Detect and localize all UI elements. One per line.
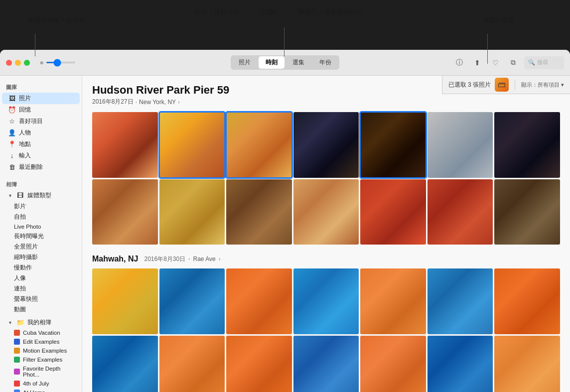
main-window: ⊕ 照片 時刻 選集 年份 ⓘ ⬆ ♡ ⧉ 🔍 搜尋 已選取 3 張照片 🗃 顯… <box>0 50 570 392</box>
sidebar-item-import[interactable]: ↓ 輸入 <box>2 150 80 161</box>
sidebar-item-videos[interactable]: 影片 <box>2 201 80 212</box>
photo-cell[interactable] <box>159 268 225 334</box>
sidebar-item-cuba[interactable]: Cuba Vacation <box>2 328 80 337</box>
zoom-slider[interactable] <box>46 62 76 63</box>
tab-moments[interactable]: 時刻 <box>259 56 285 69</box>
sidebar-item-memories[interactable]: ⏰ 回憶 <box>2 104 80 116</box>
sidebar-item-at-home[interactable]: At Home <box>2 388 80 392</box>
photo-cell[interactable] <box>494 179 560 245</box>
photo-cell[interactable] <box>226 268 292 334</box>
close-button[interactable] <box>6 60 12 66</box>
sidebar-item-slow-motion[interactable]: 慢動作 <box>2 262 80 273</box>
share-button[interactable]: ⬆ <box>470 56 484 70</box>
tab-photos[interactable]: 照片 <box>232 56 258 69</box>
show-filter[interactable]: 顯示：所有項目 ▾ <box>521 81 564 89</box>
photo-cell[interactable] <box>360 336 426 392</box>
photos-icon: 🖼 <box>8 95 16 102</box>
sidebar-item-burst[interactable]: 連拍 <box>2 283 80 294</box>
sidebar-item-4th-of-july[interactable]: 4th of July <box>2 379 80 388</box>
sidebar-item-places[interactable]: 📍 地點 <box>2 138 80 150</box>
photo-cell[interactable] <box>360 179 426 245</box>
sidebar-item-label: 連拍 <box>14 285 76 292</box>
favorite-button[interactable]: ♡ <box>488 56 502 70</box>
sidebar-item-label: 動圖 <box>14 306 76 313</box>
media-types-icon: 🎞 <box>16 192 24 199</box>
photo-cell[interactable] <box>494 112 560 178</box>
sidebar-item-people[interactable]: 👤 人物 <box>2 127 80 138</box>
sidebar-media-types[interactable]: ▼ 🎞 媒體類型 <box>2 190 80 201</box>
photo-thumb <box>226 268 292 334</box>
sidebar: 圖庫 🖼 照片 ⏰ 回憶 ☆ 喜好項目 👤 人物 📍 地點 ↓ <box>0 76 82 392</box>
selection-icon: 🗃 <box>495 78 509 92</box>
photo-thumb <box>293 112 359 178</box>
album-color-icon <box>14 369 20 375</box>
photo-cell[interactable] <box>293 268 359 334</box>
dot-separator: · <box>136 99 137 106</box>
photo-cell[interactable] <box>92 336 158 392</box>
copy-button[interactable]: ⧉ <box>506 56 520 70</box>
sidebar-item-label: 螢幕快照 <box>14 295 76 303</box>
photo-cell[interactable] <box>159 112 225 178</box>
photo-cell[interactable] <box>293 336 359 392</box>
photo-cell[interactable] <box>494 268 560 334</box>
minimize-button[interactable] <box>15 60 21 66</box>
toolbar-right: ⓘ ⬆ ♡ ⧉ 🔍 搜尋 <box>452 56 564 70</box>
sidebar-item-animated[interactable]: 動圖 <box>2 304 80 315</box>
tab-years[interactable]: 年份 <box>312 56 338 69</box>
sidebar-item-long-exposure[interactable]: 長時間曝光 <box>2 231 80 242</box>
photo-cell[interactable] <box>360 268 426 334</box>
section2-photo-grid <box>92 268 560 392</box>
photo-cell[interactable] <box>428 112 493 178</box>
sidebar-item-filter[interactable]: Filter Examples <box>2 355 80 364</box>
callout-3: 選取計數器 <box>483 16 515 25</box>
photo-thumb <box>428 179 493 245</box>
photo-cell[interactable] <box>293 112 359 178</box>
photo-cell[interactable] <box>293 179 359 245</box>
sidebar-item-timelapse[interactable]: 縮時攝影 <box>2 252 80 262</box>
photo-thumb <box>92 268 158 334</box>
search-icon: 🔍 <box>528 59 535 66</box>
sidebar-item-photos[interactable]: 🖼 照片 <box>2 93 80 104</box>
photo-thumb <box>293 179 359 245</box>
sidebar-item-portrait[interactable]: 人像 <box>2 273 80 283</box>
section1-subtitle[interactable]: 2016年8月27日 · New York, NY › <box>92 98 560 106</box>
section2-header: Mahwah, NJ 2016年8月30日 · Rae Ave › <box>92 255 560 263</box>
sidebar-my-albums[interactable]: ▼ 📁 我的相簿 <box>2 317 80 328</box>
info-button[interactable]: ⓘ <box>452 56 466 70</box>
tab-collections[interactable]: 選集 <box>285 56 311 69</box>
photo-cell[interactable] <box>428 268 493 334</box>
photo-thumb <box>360 336 426 392</box>
sidebar-item-panorama[interactable]: 全景照片 <box>2 242 80 252</box>
photo-cell[interactable] <box>226 112 292 178</box>
sidebar-item-label: 自拍 <box>14 213 76 221</box>
photo-cell[interactable] <box>428 336 493 392</box>
sidebar-item-depth[interactable]: Favorite Depth Phot... <box>2 364 80 379</box>
photo-cell[interactable] <box>92 268 158 334</box>
sidebar-item-screenshots[interactable]: 螢幕快照 <box>2 294 80 304</box>
sidebar-item-recently-deleted[interactable]: 🗑 最近刪除 <box>2 161 80 173</box>
callout-1: 檢視所有輸入的照片。 <box>27 16 92 25</box>
photo-cell[interactable] <box>226 336 292 392</box>
dot-separator2: · <box>188 256 190 262</box>
sidebar-item-selfies[interactable]: 自拍 <box>2 212 80 222</box>
maximize-button[interactable] <box>24 60 30 66</box>
section2-place[interactable]: Rae Ave <box>193 256 216 262</box>
search-input[interactable]: 🔍 搜尋 <box>524 56 564 69</box>
photo-cell[interactable] <box>92 112 158 178</box>
photo-thumb <box>92 112 158 178</box>
chevron-right-icon2: › <box>219 256 221 262</box>
photo-cell[interactable] <box>159 336 225 392</box>
sidebar-item-label: 全景照片 <box>14 243 76 251</box>
photo-cell[interactable] <box>159 179 225 245</box>
photo-cell[interactable] <box>92 179 158 245</box>
sidebar-item-live-photo[interactable]: Live Photo <box>2 222 80 231</box>
photo-cell[interactable] <box>428 179 493 245</box>
sidebar-item-favorites[interactable]: ☆ 喜好項目 <box>2 116 80 127</box>
photo-thumb <box>494 268 560 334</box>
sidebar-item-motion[interactable]: Motion Examples <box>2 346 80 355</box>
photo-thumb <box>360 112 426 178</box>
photo-cell[interactable] <box>226 179 292 245</box>
photo-cell[interactable] <box>494 336 560 392</box>
sidebar-item-edit[interactable]: Edit Examples <box>2 337 80 346</box>
photo-cell[interactable] <box>360 112 426 178</box>
